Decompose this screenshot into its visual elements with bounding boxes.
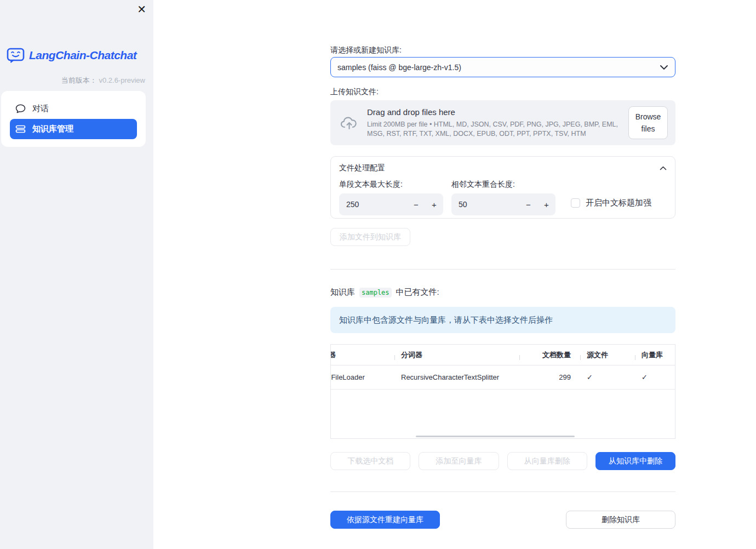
cloud-upload-icon xyxy=(340,116,358,130)
table-header-row: 文档加载器 分词器 文档数量 源文件 向量库 xyxy=(331,345,675,365)
sidebar: ✕ LangChain-Chatchat 当前版本： v0.2.6-previe… xyxy=(0,0,153,549)
chunk-size-decrement-button[interactable]: − xyxy=(407,200,425,209)
overlap-size-increment-button[interactable]: + xyxy=(537,200,555,209)
table-row[interactable]: UnstructuredFileLoader RecursiveCharacte… xyxy=(331,365,675,390)
version-value: v0.2.6-preview xyxy=(99,76,145,84)
download-selected-button[interactable]: 下载选中文档 xyxy=(330,452,410,470)
main-content: 请选择或新建知识库: samples (faiss @ bge-large-zh… xyxy=(330,0,675,549)
kb-management-buttons: 依据源文件重建向量库 删除知识库 xyxy=(330,511,675,529)
chevron-down-icon xyxy=(660,65,668,70)
expander-title: 文件处理配置 xyxy=(339,163,385,173)
list-stack-icon xyxy=(15,125,26,133)
kb-files-table[interactable]: 文档加载器 分词器 文档数量 源文件 向量库 UnstructuredFileL… xyxy=(330,344,675,439)
zh-title-enhance-field: 开启中文标题加强 xyxy=(571,198,651,208)
kb-files-suffix: 中已有文件: xyxy=(396,287,439,298)
chunk-size-field: 单段文本最大长度: 250 − + xyxy=(339,180,443,215)
uploader-title: Drag and drop files here xyxy=(367,107,623,117)
version-label: 当前版本： xyxy=(61,76,97,84)
col-header-loader: 文档加载器 xyxy=(331,350,394,360)
sidebar-item-label: 知识库管理 xyxy=(32,124,73,134)
cell-source-file-check: ✓ xyxy=(580,373,635,381)
divider xyxy=(330,491,675,492)
uploader-texts: Drag and drop files here Limit 200MB per… xyxy=(367,107,628,138)
sidebar-item-knowledge-base[interactable]: 知识库管理 xyxy=(10,119,137,139)
overlap-size-value: 50 xyxy=(459,200,519,209)
overlap-size-input[interactable]: 50 − + xyxy=(451,193,555,215)
col-header-source-file: 源文件 xyxy=(580,350,635,360)
zh-title-enhance-checkbox[interactable] xyxy=(571,198,580,208)
sidebar-item-dialogue[interactable]: 对话 xyxy=(10,99,137,119)
app-logo: LangChain-Chatchat xyxy=(7,47,136,64)
info-banner-text: 知识库中包含源文件与向量库，请从下表中选择文件后操作 xyxy=(339,315,553,325)
chunk-size-value: 250 xyxy=(346,200,407,209)
delete-kb-button[interactable]: 删除知识库 xyxy=(566,511,675,529)
upload-label: 上传知识文件: xyxy=(330,87,675,97)
sidebar-nav: 对话 知识库管理 xyxy=(1,91,146,147)
cell-splitter: RecursiveCharacterTextSplitter xyxy=(394,373,519,381)
app-title: LangChain-Chatchat xyxy=(29,49,136,62)
kb-select-dropdown[interactable]: samples (faiss @ bge-large-zh-v1.5) xyxy=(330,57,675,77)
table-horizontal-scrollbar[interactable] xyxy=(416,436,575,437)
kb-files-prefix: 知识库 xyxy=(330,287,355,298)
zh-title-enhance-label: 开启中文标题加强 xyxy=(586,198,651,208)
expander-body: 单段文本最大长度: 250 − + 相邻文本重合长度: 50 − + 开启中文标… xyxy=(339,180,667,215)
kb-files-table-inner: 文档加载器 分词器 文档数量 源文件 向量库 UnstructuredFileL… xyxy=(331,345,675,390)
col-header-doc-count: 文档数量 xyxy=(519,350,580,360)
chunk-size-input[interactable]: 250 − + xyxy=(339,193,443,215)
chat-smiley-logo-icon xyxy=(7,47,25,64)
add-files-to-kb-button[interactable]: 添加文件到知识库 xyxy=(330,228,410,246)
chevron-up-icon xyxy=(660,166,667,170)
kb-select-value: samples (faiss @ bge-large-zh-v1.5) xyxy=(337,63,660,72)
cell-loader: UnstructuredFileLoader xyxy=(331,373,394,381)
version-info: 当前版本： v0.2.6-preview xyxy=(61,76,145,85)
chat-bubble-icon xyxy=(15,104,26,113)
overlap-size-field: 相邻文本重合长度: 50 − + xyxy=(451,180,555,215)
add-to-vector-store-button[interactable]: 添加至向量库 xyxy=(419,452,499,470)
col-header-splitter: 分词器 xyxy=(394,350,519,360)
info-banner: 知识库中包含源文件与向量库，请从下表中选择文件后操作 xyxy=(330,307,675,333)
file-config-expander: 文件处理配置 单段文本最大长度: 250 − + 相邻文本重合长度: 50 xyxy=(330,156,675,219)
delete-from-vector-store-button[interactable]: 从向量库删除 xyxy=(507,452,587,470)
add-files-row: 添加文件到知识库 xyxy=(330,228,410,246)
overlap-size-label: 相邻文本重合长度: xyxy=(451,180,555,190)
sidebar-close-icon[interactable]: ✕ xyxy=(137,4,146,15)
kb-files-heading: 知识库 samples 中已有文件: xyxy=(330,287,675,298)
file-action-buttons: 下载选中文档 添加至向量库 从向量库删除 从知识库中删除 xyxy=(330,452,675,470)
chunk-size-increment-button[interactable]: + xyxy=(425,200,443,209)
overlap-size-decrement-button[interactable]: − xyxy=(519,200,537,209)
kb-select-label: 请选择或新建知识库: xyxy=(330,45,675,55)
delete-from-kb-button[interactable]: 从知识库中删除 xyxy=(595,452,675,470)
kb-name-code: samples xyxy=(359,288,392,298)
chunk-size-label: 单段文本最大长度: xyxy=(339,180,443,190)
expander-header[interactable]: 文件处理配置 xyxy=(339,157,667,180)
col-header-vector-store: 向量库 xyxy=(635,350,675,360)
sidebar-item-label: 对话 xyxy=(32,104,49,114)
cell-doc-count: 299 xyxy=(519,373,580,381)
file-uploader-dropzone[interactable]: Drag and drop files here Limit 200MB per… xyxy=(330,100,675,145)
uploader-limit-text: Limit 200MB per file • HTML, MD, JSON, C… xyxy=(367,120,623,138)
cell-vector-store-check: ✓ xyxy=(635,373,675,381)
divider xyxy=(330,269,675,270)
rebuild-vector-store-button[interactable]: 依据源文件重建向量库 xyxy=(330,511,440,529)
browse-files-button[interactable]: Browse files xyxy=(628,106,668,140)
